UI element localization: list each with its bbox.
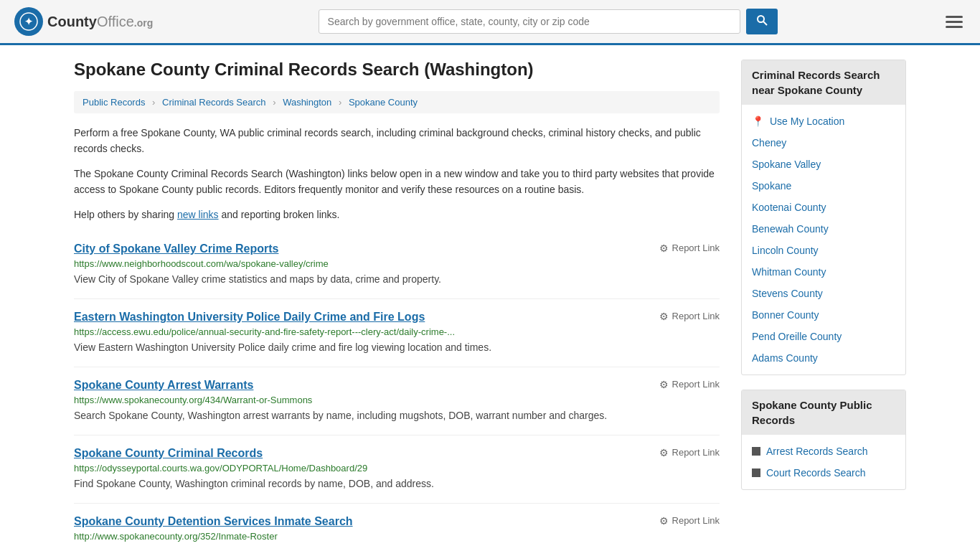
use-my-location-link[interactable]: Use My Location <box>770 116 844 127</box>
public-records-section: Spokane County Public Records Arrest Rec… <box>741 390 906 490</box>
result-desc: Find Spokane County, Washington criminal… <box>74 476 720 491</box>
lincoln-link[interactable]: Lincoln County <box>752 245 819 256</box>
sidebar-item-adams[interactable]: Adams County <box>742 347 905 369</box>
report-link-button[interactable]: ⚙ Report Link <box>659 242 720 254</box>
breadcrumb-public-records[interactable]: Public Records <box>83 97 145 108</box>
result-desc: View Eastern Washington University Polic… <box>74 340 720 355</box>
description-2: The Spokane County Criminal Records Sear… <box>74 166 720 198</box>
result-desc: View City of Spokane Valley crime statis… <box>74 272 720 287</box>
result-desc: Search Spokane County, Washington arrest… <box>74 408 720 423</box>
sidebar-item-kootenai[interactable]: Kootenai County <box>742 197 905 218</box>
sidebar-item-lincoln[interactable]: Lincoln County <box>742 240 905 261</box>
report-link-button[interactable]: ⚙ Report Link <box>659 379 720 390</box>
logo-text: CountyOffice.org <box>47 14 153 30</box>
report-icon: ⚙ <box>659 515 669 527</box>
square-icon <box>752 447 760 456</box>
sidebar-item-pend-oreille[interactable]: Pend Oreille County <box>742 326 905 347</box>
result-header: City of Spokane Valley Crime Reports ⚙ R… <box>74 242 720 255</box>
site-header: ✦ CountyOffice.org <box>0 0 980 45</box>
breadcrumb-spokane-county[interactable]: Spokane County <box>349 97 418 108</box>
search-button[interactable] <box>746 9 778 34</box>
result-item: Spokane County Criminal Records ⚙ Report… <box>74 435 720 504</box>
result-item: Eastern Washington University Police Dai… <box>74 299 720 367</box>
sidebar-item-whitman[interactable]: Whitman County <box>742 261 905 283</box>
description-3: Help others by sharing new links and rep… <box>74 207 720 222</box>
nearby-section-body: 📍 Use My Location Cheney Spokane Valley … <box>742 105 905 375</box>
location-icon: 📍 <box>752 116 764 127</box>
report-link-button[interactable]: ⚙ Report Link <box>659 515 720 527</box>
benewah-link[interactable]: Benewah County <box>752 223 829 235</box>
report-link-button[interactable]: ⚙ Report Link <box>659 447 720 458</box>
sidebar: Criminal Records Search near Spokane Cou… <box>741 60 906 551</box>
arrest-records-link[interactable]: Arrest Records Search <box>766 446 868 457</box>
sidebar-item-spokane[interactable]: Spokane <box>742 175 905 197</box>
description-1: Perform a free Spokane County, WA public… <box>74 125 720 157</box>
result-item: City of Spokane Valley Crime Reports ⚙ R… <box>74 231 720 299</box>
hamburger-menu-button[interactable] <box>943 13 966 31</box>
svg-text:✦: ✦ <box>24 16 33 27</box>
breadcrumb: Public Records › Criminal Records Search… <box>74 91 720 113</box>
nearby-section: Criminal Records Search near Spokane Cou… <box>741 60 906 375</box>
public-records-header: Spokane County Public Records <box>742 390 905 435</box>
result-header: Eastern Washington University Police Dai… <box>74 311 720 324</box>
result-title[interactable]: Eastern Washington University Police Dai… <box>74 311 425 324</box>
stevens-link[interactable]: Stevens County <box>752 288 823 299</box>
result-item: Spokane County Detention Services Inmate… <box>74 504 720 551</box>
result-url[interactable]: https://access.ewu.edu/police/annual-sec… <box>74 326 720 337</box>
content-area: Spokane County Criminal Records Search (… <box>74 60 720 551</box>
sidebar-item-stevens[interactable]: Stevens County <box>742 283 905 304</box>
page-title: Spokane County Criminal Records Search (… <box>74 60 720 80</box>
result-title[interactable]: Spokane County Detention Services Inmate… <box>74 515 353 528</box>
search-input[interactable] <box>319 9 740 34</box>
spokane-link[interactable]: Spokane <box>752 180 791 192</box>
search-area <box>319 9 778 34</box>
bonner-link[interactable]: Bonner County <box>752 309 819 321</box>
square-icon <box>752 468 760 477</box>
use-my-location-item[interactable]: 📍 Use My Location <box>742 110 905 132</box>
sidebar-item-benewah[interactable]: Benewah County <box>742 218 905 240</box>
result-title[interactable]: Spokane County Criminal Records <box>74 447 263 460</box>
sidebar-item-spokane-valley[interactable]: Spokane Valley <box>742 154 905 175</box>
adams-link[interactable]: Adams County <box>752 352 818 364</box>
logo-icon: ✦ <box>14 7 43 36</box>
report-icon: ⚙ <box>659 242 669 254</box>
main-container: Spokane County Criminal Records Search (… <box>60 45 920 551</box>
breadcrumb-washington[interactable]: Washington <box>283 97 331 108</box>
breadcrumb-criminal-records[interactable]: Criminal Records Search <box>162 97 266 108</box>
result-url[interactable]: https://odysseyportal.courts.wa.gov/ODYP… <box>74 463 720 474</box>
result-title[interactable]: City of Spokane Valley Crime Reports <box>74 242 278 255</box>
sidebar-arrest-records[interactable]: Arrest Records Search <box>742 441 905 462</box>
public-records-body: Arrest Records Search Court Records Sear… <box>742 435 905 489</box>
result-header: Spokane County Criminal Records ⚙ Report… <box>74 447 720 460</box>
report-link-button[interactable]: ⚙ Report Link <box>659 311 720 322</box>
result-header: Spokane County Arrest Warrants ⚙ Report … <box>74 379 720 392</box>
kootenai-link[interactable]: Kootenai County <box>752 202 826 213</box>
pend-oreille-link[interactable]: Pend Oreille County <box>752 331 842 342</box>
result-header: Spokane County Detention Services Inmate… <box>74 515 720 528</box>
result-item: Spokane County Arrest Warrants ⚙ Report … <box>74 367 720 435</box>
report-icon: ⚙ <box>659 447 669 458</box>
svg-line-3 <box>763 22 767 25</box>
new-links-link[interactable]: new links <box>177 209 219 220</box>
sidebar-item-bonner[interactable]: Bonner County <box>742 304 905 326</box>
result-url[interactable]: https://www.neighborhoodscout.com/wa/spo… <box>74 258 720 269</box>
report-icon: ⚙ <box>659 379 669 390</box>
result-url[interactable]: http://www.spokanecounty.org/352/Inmate-… <box>74 531 720 542</box>
report-icon: ⚙ <box>659 311 669 322</box>
result-url[interactable]: https://www.spokanecounty.org/434/Warran… <box>74 395 720 405</box>
cheney-link[interactable]: Cheney <box>752 137 786 149</box>
logo-area: ✦ CountyOffice.org <box>14 7 153 36</box>
sidebar-item-cheney[interactable]: Cheney <box>742 132 905 154</box>
svg-point-2 <box>758 16 764 22</box>
result-title[interactable]: Spokane County Arrest Warrants <box>74 379 253 392</box>
sidebar-court-records[interactable]: Court Records Search <box>742 462 905 484</box>
spokane-valley-link[interactable]: Spokane Valley <box>752 159 821 170</box>
nearby-section-header: Criminal Records Search near Spokane Cou… <box>742 60 905 105</box>
court-records-link[interactable]: Court Records Search <box>766 467 866 479</box>
whitman-link[interactable]: Whitman County <box>752 266 826 278</box>
